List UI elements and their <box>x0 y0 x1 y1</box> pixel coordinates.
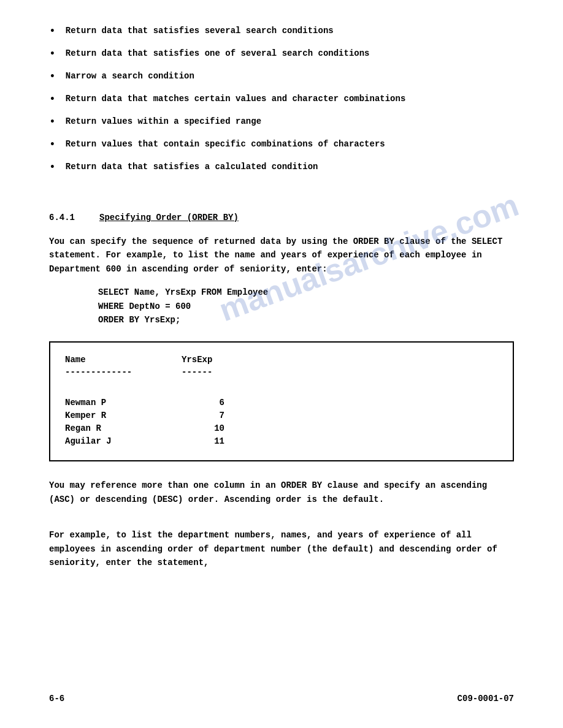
section-number: 6.4.1 <box>49 213 75 222</box>
list-item: • Return data that satisfies one of seve… <box>49 47 514 63</box>
code-line-2: WHERE DeptNo = 600 <box>98 300 514 313</box>
col2-header: YrsExp <box>182 355 231 365</box>
body-paragraph-2: You may reference more than one column i… <box>49 479 514 506</box>
row4-value: 11 <box>182 435 231 448</box>
bullet-icon: • <box>49 159 56 176</box>
code-line-3: ORDER BY YrsExp; <box>98 313 514 327</box>
row2-name: Kemper R <box>65 409 145 422</box>
row3-value: 10 <box>182 422 231 435</box>
body-paragraph-1: You can specify the sequence of returned… <box>49 235 514 276</box>
body-paragraph-3: For example, to list the department numb… <box>49 528 514 569</box>
row3-name: Regan R <box>65 422 145 435</box>
table-row: Regan R 10 <box>65 422 498 435</box>
bullet-text-1: Return data that satisfies several searc… <box>66 25 334 37</box>
list-item: • Narrow a search condition <box>49 70 514 85</box>
section-heading: 6.4.1 Specifying Order (ORDER BY) <box>49 213 514 222</box>
bullet-text-5: Return values within a specified range <box>66 115 261 128</box>
col1-header: Name <box>65 355 145 365</box>
bullet-icon: • <box>49 23 56 40</box>
bullet-text-6: Return values that contain specific comb… <box>66 138 385 151</box>
code-block: SELECT Name, YrsExp FROM Employee WHERE … <box>98 286 514 327</box>
table-header-row: Name YrsExp <box>65 355 498 365</box>
page-footer: 6-6 C09-0001-07 <box>49 694 514 703</box>
list-item: • Return data that satisfies several sea… <box>49 25 514 40</box>
bullet-icon: • <box>49 114 56 131</box>
list-item: • Return data that matches certain value… <box>49 93 514 108</box>
table-row: Newman P 6 <box>65 396 498 409</box>
row2-value: 7 <box>182 409 231 422</box>
bullet-text-7: Return data that satisfies a calculated … <box>66 161 318 173</box>
row4-name: Aguilar J <box>65 435 145 448</box>
bullet-icon: • <box>49 91 56 108</box>
table-row: Kemper R 7 <box>65 409 498 422</box>
page: manualsarchive.com • Return data that sa… <box>0 0 563 728</box>
table-separator: ------------- ------ <box>65 367 498 377</box>
bullet-text-4: Return data that matches certain values … <box>66 93 406 105</box>
list-item: • Return values that contain specific co… <box>49 138 514 153</box>
col2-sep: ------ <box>182 367 231 377</box>
footer-left: 6-6 <box>49 694 64 703</box>
bullet-text-3: Narrow a search condition <box>66 70 194 83</box>
bullet-list: • Return data that satisfies several sea… <box>49 25 514 176</box>
footer-right: C09-0001-07 <box>458 694 514 703</box>
row1-name: Newman P <box>65 396 145 409</box>
bullet-text-2: Return data that satisfies one of severa… <box>66 47 370 60</box>
bullet-icon: • <box>49 137 56 153</box>
bullet-icon: • <box>49 46 56 63</box>
code-line-1: SELECT Name, YrsExp FROM Employee <box>98 286 514 299</box>
bullet-icon: • <box>49 69 56 85</box>
col1-sep: ------------- <box>65 367 145 377</box>
list-item: • Return data that satisfies a calculate… <box>49 161 514 176</box>
section-title: Specifying Order (ORDER BY) <box>99 213 239 222</box>
row1-value: 6 <box>182 396 231 409</box>
list-item: • Return values within a specified range <box>49 115 514 131</box>
data-table: Name YrsExp ------------- ------ Newman … <box>49 341 514 461</box>
table-row: Aguilar J 11 <box>65 435 498 448</box>
